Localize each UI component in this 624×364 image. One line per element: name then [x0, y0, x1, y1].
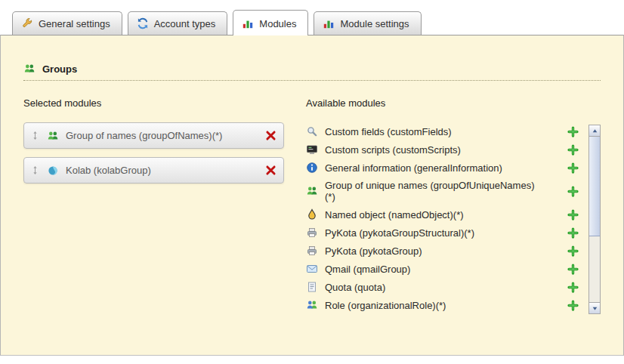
- tab-general-settings[interactable]: General settings: [12, 11, 122, 35]
- custom-fields-icon: [306, 125, 318, 137]
- scroll-up-icon: [592, 128, 598, 134]
- add-module-button[interactable]: [567, 186, 579, 197]
- role-icon: [306, 299, 318, 311]
- available-module-item: General information (generalInformation): [306, 159, 581, 177]
- delete-icon: [265, 130, 276, 141]
- scrollbar-thumb[interactable]: [589, 137, 600, 236]
- add-icon: [567, 282, 579, 293]
- available-module-label: Quota (quota): [325, 282, 385, 293]
- add-icon: [567, 227, 579, 239]
- scrollbar-down-button[interactable]: [589, 302, 600, 313]
- add-icon: [567, 186, 579, 197]
- selected-module-item[interactable]: Group of names (groupOfNames)(*): [23, 122, 284, 149]
- add-icon: [567, 126, 579, 137]
- available-module-label: Role (organizationalRole)(*): [325, 300, 446, 311]
- add-module-button[interactable]: [567, 209, 579, 221]
- available-module-label: General information (generalInformation): [325, 162, 502, 174]
- kolab-icon: [47, 165, 59, 177]
- add-module-button[interactable]: [567, 162, 579, 174]
- tab-label: Modules: [259, 18, 296, 29]
- custom-scripts-icon: [306, 143, 318, 156]
- remove-module-button[interactable]: [265, 130, 276, 141]
- printer-icon: [306, 245, 318, 257]
- printer-icon: [306, 227, 318, 239]
- available-module-item: Custom fields (customFields): [306, 122, 581, 140]
- lam-configuration-page: General settings Account types Modules M…: [0, 0, 624, 364]
- available-modules-list: Custom fields (customFields) Custom scri…: [306, 122, 581, 314]
- available-module-label: Qmail (qmailGroup): [325, 264, 410, 275]
- remove-module-button[interactable]: [265, 165, 276, 176]
- available-module-item: Custom scripts (customScripts): [306, 140, 581, 159]
- add-icon: [567, 264, 579, 275]
- available-module-item: PyKota (pykotaGroupStructural)(*): [306, 224, 581, 242]
- available-module-item: Quota (quota): [306, 278, 581, 296]
- add-module-button[interactable]: [567, 144, 579, 156]
- tab-modules[interactable]: Modules: [233, 10, 308, 35]
- available-module-label: Custom fields (customFields): [325, 126, 452, 137]
- available-module-label: PyKota (pykotaGroup): [325, 245, 422, 257]
- selected-module-label: Kolab (kolabGroup): [66, 165, 151, 176]
- group-icon: [47, 130, 59, 142]
- tab-label: General settings: [39, 18, 110, 29]
- mail-icon: [306, 263, 318, 275]
- available-module-label: PyKota (pykotaGroupStructural)(*): [325, 227, 474, 239]
- tab-label: Account types: [154, 18, 216, 29]
- gear-icon: [137, 17, 149, 29]
- selected-module-item[interactable]: Kolab (kolabGroup): [23, 157, 284, 184]
- named-object-icon: [306, 208, 318, 221]
- modules-icon: [242, 17, 254, 29]
- available-module-item: Named object (namedObject)(*): [306, 205, 581, 224]
- quota-icon: [306, 281, 318, 293]
- selected-modules-column: Selected modules Group of names (groupOf…: [23, 97, 289, 314]
- groups-icon: [23, 63, 36, 75]
- modules-columns: Selected modules Group of names (groupOf…: [23, 97, 601, 314]
- module-settings-icon: [323, 17, 335, 29]
- available-module-item: Qmail (qmailGroup): [306, 260, 581, 278]
- wrench-icon: [21, 17, 33, 29]
- available-module-item: Group of unique names (groupOfUniqueName…: [306, 177, 581, 205]
- delete-icon: [265, 165, 276, 176]
- available-modules-heading: Available modules: [306, 97, 581, 109]
- add-icon: [567, 162, 579, 174]
- drag-handle-icon[interactable]: [31, 131, 39, 140]
- tab-module-settings[interactable]: Module settings: [314, 11, 421, 35]
- selected-modules-list: Group of names (groupOfNames)(*) Kolab (…: [23, 122, 289, 184]
- add-icon: [567, 209, 579, 221]
- section-heading: Groups: [23, 35, 601, 81]
- group-icon: [306, 185, 318, 197]
- tab-label: Module settings: [340, 18, 409, 29]
- available-module-item: PyKota (pykotaGroup): [306, 242, 581, 260]
- selected-modules-heading: Selected modules: [23, 97, 289, 109]
- tab-bar: General settings Account types Modules M…: [0, 0, 624, 35]
- add-module-button[interactable]: [567, 282, 579, 293]
- add-module-button[interactable]: [567, 126, 579, 137]
- info-icon: [306, 162, 318, 174]
- scroll-down-icon: [592, 305, 598, 312]
- add-icon: [567, 245, 579, 257]
- add-module-button[interactable]: [567, 227, 579, 239]
- available-modules-column: Available modules Custom fields (customF…: [306, 97, 601, 314]
- scrollbar-up-button[interactable]: [589, 125, 600, 137]
- available-module-label: Named object (namedObject)(*): [325, 209, 464, 221]
- add-icon: [567, 144, 579, 156]
- drag-handle-icon[interactable]: [31, 165, 39, 175]
- available-module-label: Custom scripts (customScripts): [325, 144, 461, 156]
- scrollbar[interactable]: [588, 125, 601, 314]
- add-module-button[interactable]: [567, 245, 579, 257]
- section-title: Groups: [42, 63, 77, 75]
- selected-module-label: Group of names (groupOfNames)(*): [66, 130, 222, 141]
- add-icon: [567, 300, 579, 311]
- available-module-label: Group of unique names (groupOfUniqueName…: [325, 180, 540, 202]
- tab-account-types[interactable]: Account types: [128, 11, 228, 35]
- add-module-button[interactable]: [567, 300, 579, 311]
- modules-panel: Groups Selected modules Group of names (…: [0, 35, 624, 356]
- add-module-button[interactable]: [567, 264, 579, 275]
- available-module-item: Role (organizationalRole)(*): [306, 296, 581, 314]
